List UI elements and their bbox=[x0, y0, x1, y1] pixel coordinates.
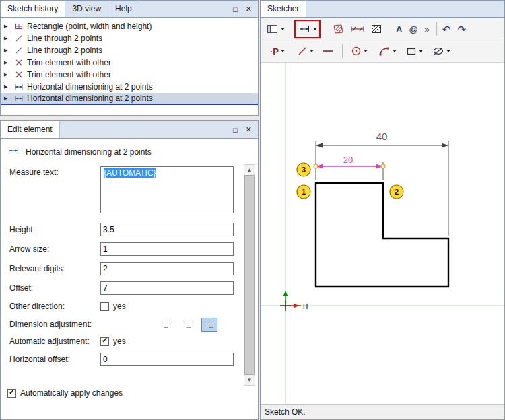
other-direction-row: Other direction: yes bbox=[1, 301, 258, 312]
horizontal-dimension-feature-icon bbox=[13, 94, 24, 102]
dropdown-caret-icon[interactable] bbox=[310, 50, 314, 53]
history-item-trim-1[interactable]: ▶ Trim element with other bbox=[1, 57, 258, 69]
toolbar-separator bbox=[436, 22, 437, 36]
automatic-adjustment-option-label: yes bbox=[113, 337, 126, 346]
automatic-adjustment-checkbox[interactable] bbox=[100, 337, 109, 346]
tab-3d-view[interactable]: 3D view bbox=[65, 1, 108, 18]
apply-changes-checkbox[interactable] bbox=[7, 389, 16, 398]
expand-arrow-icon[interactable]: ▶ bbox=[4, 48, 10, 53]
history-item-line-2[interactable]: ▶ Line through 2 points bbox=[1, 44, 258, 57]
trim-feature-icon bbox=[13, 59, 24, 67]
ellipse-tool-icon bbox=[432, 46, 444, 57]
close-icon[interactable]: ✕ bbox=[246, 5, 252, 13]
horizontal-dimension-tool-button[interactable] bbox=[294, 20, 321, 38]
measure-text-row: Measure text: {AUTOMATIC} bbox=[1, 166, 258, 213]
tab-help[interactable]: Help bbox=[108, 1, 139, 18]
dimension-40-text[interactable]: 40 bbox=[376, 131, 388, 142]
annotation-tool-button[interactable]: @ bbox=[407, 20, 419, 38]
toolbar-row-2: ·P bbox=[261, 40, 504, 63]
dimension-point-icon[interactable] bbox=[314, 164, 318, 168]
marker-2: 2 bbox=[390, 185, 403, 199]
display-mode-button[interactable] bbox=[265, 20, 286, 38]
history-item-line-1[interactable]: ▶ Line through 2 points bbox=[1, 32, 258, 44]
hatch-region-button[interactable] bbox=[369, 20, 384, 38]
scroll-down-icon[interactable]: ▼ bbox=[244, 375, 255, 385]
other-direction-checkbox[interactable] bbox=[100, 302, 109, 311]
expand-arrow-icon[interactable]: ▶ bbox=[4, 72, 10, 77]
history-item-label: Trim element with other bbox=[27, 58, 111, 67]
horizontal-constraint-label: H bbox=[303, 303, 308, 310]
line-feature-icon bbox=[13, 34, 24, 42]
history-item-hdim-2-selected[interactable]: ▶ Horizontal dimensioning at 2 points bbox=[1, 93, 258, 105]
tab-sketcher[interactable]: Sketcher bbox=[261, 1, 306, 18]
dropdown-caret-icon[interactable] bbox=[281, 50, 285, 53]
origin-marker: H bbox=[280, 291, 308, 311]
expand-arrow-icon[interactable]: ▶ bbox=[4, 84, 10, 90]
expand-arrow-icon[interactable]: ▶ bbox=[4, 96, 10, 101]
status-text: Sketch OK. bbox=[265, 407, 306, 417]
tab-edit-element[interactable]: Edit element bbox=[1, 121, 60, 138]
redo-button[interactable]: ↷ bbox=[456, 20, 467, 38]
dropdown-caret-icon[interactable] bbox=[419, 50, 423, 53]
relevant-digits-input[interactable] bbox=[100, 262, 234, 275]
history-item-rectangle[interactable]: ▶ Rectangle (point, width and height) bbox=[1, 20, 258, 32]
dropdown-caret-icon[interactable] bbox=[313, 28, 317, 30]
automatic-adjustment-row: Automatic adjustment: yes bbox=[1, 336, 258, 347]
dimension-style-button[interactable] bbox=[349, 20, 366, 38]
adjust-center-button[interactable] bbox=[180, 318, 197, 332]
rectangle-tool-button[interactable] bbox=[405, 42, 424, 60]
history-item-label: Trim element with other bbox=[27, 70, 111, 79]
maximize-icon[interactable]: □ bbox=[233, 5, 238, 13]
dimension-point-icon[interactable] bbox=[381, 164, 385, 168]
expand-arrow-icon[interactable]: ▶ bbox=[4, 60, 10, 65]
circle-tool-icon bbox=[351, 46, 362, 57]
maximize-icon[interactable]: □ bbox=[233, 126, 238, 134]
expand-arrow-icon[interactable]: ▶ bbox=[4, 24, 10, 29]
line-feature-icon bbox=[13, 46, 24, 55]
line-tool-button[interactable] bbox=[296, 42, 315, 60]
scroll-up-icon[interactable]: ▲ bbox=[244, 165, 255, 175]
offset-input[interactable] bbox=[100, 281, 234, 295]
hatch-tool-button[interactable] bbox=[330, 20, 346, 38]
arc-tool-button[interactable] bbox=[377, 42, 398, 60]
dropdown-caret-icon[interactable] bbox=[364, 50, 368, 53]
scrollbar-thumb[interactable] bbox=[244, 175, 255, 375]
arrow-size-input[interactable] bbox=[100, 242, 234, 256]
toolbar-overflow-button[interactable]: » bbox=[424, 20, 431, 38]
horizontal-offset-input[interactable] bbox=[100, 353, 234, 366]
expand-arrow-icon[interactable]: ▶ bbox=[4, 36, 10, 41]
point-tool-icon: ·P bbox=[270, 47, 279, 56]
marker-1-text: 1 bbox=[302, 188, 306, 196]
close-icon[interactable]: ✕ bbox=[246, 125, 252, 134]
dropdown-caret-icon[interactable] bbox=[446, 50, 450, 53]
sketch-canvas[interactable]: 40 20 3 1 2 bbox=[261, 63, 504, 404]
height-row: Height: bbox=[1, 223, 258, 236]
horizontal-dimension-icon bbox=[298, 24, 311, 34]
text-tool-button[interactable]: A bbox=[395, 20, 403, 38]
sketch-canvas-area[interactable]: 40 20 3 1 2 bbox=[261, 63, 504, 404]
rectangle-tool-icon bbox=[406, 46, 417, 57]
horizontal-dimension-icon bbox=[7, 146, 20, 158]
adjust-left-button[interactable] bbox=[160, 318, 176, 332]
rectangle-feature-icon bbox=[13, 22, 24, 30]
circle-tool-button[interactable] bbox=[349, 42, 369, 60]
hatch-region-icon bbox=[370, 24, 382, 34]
edit-element-title: Horizontal dimensioning at 2 points bbox=[26, 147, 152, 157]
history-item-hdim-1[interactable]: ▶ Horizontal dimensioning at 2 points bbox=[1, 81, 258, 93]
ellipse-tool-button[interactable] bbox=[431, 42, 452, 60]
measure-text-input[interactable]: {AUTOMATIC} bbox=[100, 166, 234, 213]
arrow-size-label: Arrow size: bbox=[9, 244, 100, 254]
dropdown-caret-icon[interactable] bbox=[393, 50, 397, 53]
dimension-20-text[interactable]: 20 bbox=[343, 155, 353, 165]
undo-button[interactable]: ↶ bbox=[441, 20, 452, 38]
offset-row: Offset: bbox=[1, 281, 258, 295]
point-tool-button[interactable]: ·P bbox=[269, 42, 286, 60]
edit-form-scrollbar[interactable]: ▲ ▼ bbox=[244, 164, 255, 386]
dropdown-caret-icon[interactable] bbox=[281, 28, 285, 30]
adjust-right-button[interactable] bbox=[201, 318, 217, 332]
history-item-label: Rectangle (point, width and height) bbox=[27, 22, 152, 31]
history-item-trim-2[interactable]: ▶ Trim element with other bbox=[1, 69, 258, 81]
horizontal-line-tool-button[interactable] bbox=[321, 42, 335, 60]
tab-sketch-history[interactable]: Sketch history bbox=[1, 1, 65, 18]
height-input[interactable] bbox=[100, 223, 234, 236]
